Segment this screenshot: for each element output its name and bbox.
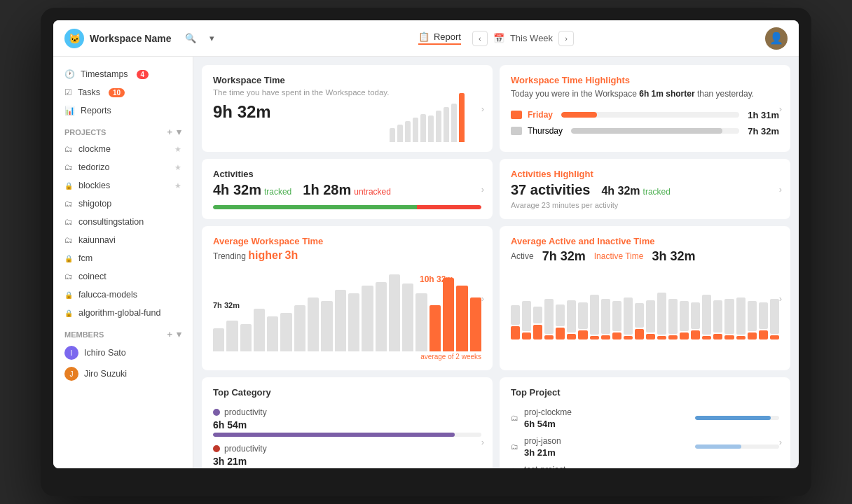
projects-label: Projects [64, 128, 106, 136]
member-ichiro[interactable]: I Ichiro Sato [53, 342, 193, 363]
reports-label: Reports [81, 106, 111, 115]
activities-stats: 4h 32m tracked 1h 28m untracked [213, 182, 481, 198]
active-bar-group [770, 270, 779, 340]
folder-icon: 🗂 [64, 217, 73, 227]
add-member-button[interactable]: + [167, 329, 172, 340]
lock-icon: 🔒 [64, 291, 73, 299]
search-icon[interactable]: 🔍 [182, 30, 199, 47]
active-bar-group [522, 270, 531, 340]
folder-icon: 🗂 [64, 162, 73, 172]
avg-label: average of 2 weeks [213, 353, 481, 360]
cat-name-1: productivity [224, 407, 267, 417]
sidebar-item-falucca[interactable]: 🔒 falucca-models [53, 286, 193, 304]
folder-icon-2: 🗂 [511, 442, 518, 451]
avg-bar [430, 305, 441, 351]
activities-title: Activities [213, 169, 481, 179]
topbar-left: 🐱 Workspace Name 🔍 ▾ [64, 29, 261, 48]
avg-bar [267, 316, 278, 351]
thursday-time: 7h 32m [748, 126, 779, 136]
report-label: Report [434, 31, 461, 42]
sidebar-item-clockme[interactable]: 🗂 clockme ★ [53, 140, 193, 158]
sidebar-item-timestamps[interactable]: 🕐 Timestamps 4 [53, 65, 193, 83]
sidebar-item-shigotop[interactable]: 🗂 shigotop [53, 195, 193, 213]
folder-icon: 🗂 [64, 272, 73, 281]
inactive-bar [635, 329, 644, 339]
sidebar-item-consultingstation[interactable]: 🗂 consultingstation [53, 213, 193, 231]
star-icon: ★ [174, 181, 181, 190]
active-bar-group [624, 270, 633, 340]
highlights-description: Today you were in the Workspace 6h 1m sh… [511, 88, 779, 100]
avg-bar [226, 321, 238, 351]
sidebar-item-tedorizo[interactable]: 🗂 tedorizo ★ [53, 158, 193, 176]
avg-bar [240, 324, 252, 351]
active-bar-group [668, 270, 678, 340]
activities-arrow-icon[interactable]: › [481, 183, 484, 194]
inactive-bar [578, 330, 587, 339]
user-avatar[interactable]: 👤 [765, 27, 788, 50]
report-icon: 📋 [418, 31, 430, 42]
active-bar-group [567, 270, 576, 340]
sidebar-item-reports[interactable]: 📊 Reports [53, 102, 193, 120]
lock-icon: 🔒 [64, 255, 73, 262]
top-proj-arrow[interactable]: › [779, 437, 782, 447]
report-tab[interactable]: 📋 Report [418, 31, 461, 45]
active-bar-group [578, 270, 587, 340]
thursday-label-group: Thursday [511, 126, 563, 136]
avg-bar [389, 274, 400, 351]
card-arrow-icon[interactable]: › [481, 103, 484, 113]
top-cat-title: Top Category [213, 387, 481, 398]
active-bar [668, 299, 678, 333]
lock-icon: 🔒 [64, 309, 73, 317]
expand-projects-icon[interactable]: ▾ [177, 127, 181, 137]
act-highlight-stats: 37 activities 4h 32m tracked [511, 182, 779, 198]
expand-members-icon[interactable]: ▾ [177, 329, 181, 340]
sidebar-item-coinect[interactable]: 🗂 coinect [53, 267, 193, 286]
highlights-arrow-icon[interactable]: › [779, 103, 782, 113]
inactive-bar [556, 328, 565, 339]
sidebar-item-algorithm[interactable]: 🔒 algorithm-global-fund [53, 304, 193, 322]
workspace-name: Workspace Name [90, 33, 171, 44]
workspace-avatar: 🐱 [64, 29, 84, 48]
next-week-button[interactable]: › [558, 31, 574, 46]
avg-active-arrow[interactable]: › [779, 293, 782, 303]
member-jiro[interactable]: J Jiro Suzuki [53, 363, 193, 384]
untracked-stat: 1h 28m untracked [303, 182, 391, 198]
active-bar-group [724, 270, 734, 340]
active-bar [522, 301, 531, 330]
active-bar-group [511, 270, 520, 340]
friday-bar [561, 112, 597, 118]
active-bar [657, 293, 666, 335]
sidebar-item-tasks[interactable]: ☑ Tasks 10 [53, 83, 193, 102]
avg-bar [308, 298, 319, 351]
avg-time-arrow[interactable]: › [481, 293, 484, 303]
active-bar-group [590, 270, 599, 340]
sidebar-item-blockies[interactable]: 🔒 blockies ★ [53, 176, 193, 195]
active-bar [680, 301, 689, 330]
proj-bar-2 [695, 444, 741, 449]
sidebar-item-fcm[interactable]: 🔒 fcm [53, 249, 193, 267]
friday-label-group: Friday [511, 110, 553, 120]
sidebar-item-kaiunnavi[interactable]: 🗂 kaiunnavi [53, 231, 193, 249]
act-highlight-arrow[interactable]: › [779, 183, 782, 194]
avg-bar [348, 293, 359, 351]
content-area: Workspace Time The time you have spent i… [193, 57, 799, 468]
workspace-time-subtitle: The time you have spent in the Workspace… [213, 88, 481, 97]
prev-week-button[interactable]: ‹ [472, 31, 488, 46]
active-bar-group [544, 270, 554, 340]
untracked-time: 1h 28m [303, 182, 351, 198]
top-category-card: Top Category productivity 6h 54m [202, 377, 493, 468]
active-bar-group [612, 270, 621, 340]
proj-name-3: test-project [524, 465, 779, 468]
member-name-ichiro: Ichiro Sato [84, 348, 126, 358]
avg-bar [294, 305, 305, 351]
active-bar-group [556, 270, 565, 340]
folder-icon: 🗂 [64, 199, 73, 209]
chevron-down-icon[interactable]: ▾ [203, 30, 220, 47]
inactive-bar [680, 332, 689, 340]
avg-bar [376, 282, 387, 351]
top-cat-arrow[interactable]: › [481, 437, 484, 447]
active-bar [612, 301, 621, 330]
avg-bar [402, 284, 413, 351]
add-project-button[interactable]: + [167, 127, 172, 137]
inactive-bar [724, 335, 734, 340]
